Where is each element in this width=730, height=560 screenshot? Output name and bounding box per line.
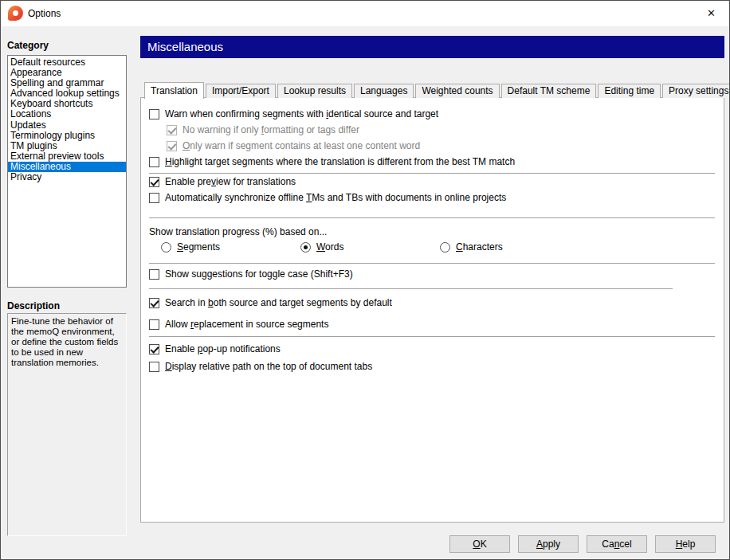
checkbox-box[interactable]: [149, 193, 159, 203]
radio-circle[interactable]: [161, 242, 171, 253]
checkbox-label: Warn when confirming segments with ident…: [165, 108, 438, 119]
tab-proxy-settings[interactable]: Proxy settings: [662, 84, 730, 98]
tab-import-export[interactable]: Import/Export: [206, 84, 276, 98]
checkbox-warn-identical[interactable]: Warn when confirming segments with ident…: [149, 106, 724, 122]
checkbox-label: Allow replacement in source segments: [165, 319, 328, 330]
checkbox-label: Show suggestions for toggle case (Shift+…: [165, 268, 353, 280]
progress-radio-group: Segments Words Characters: [141, 239, 724, 255]
memoq-logo-icon: [8, 6, 23, 21]
ok-button[interactable]: OK: [449, 535, 510, 553]
radio-circle[interactable]: [300, 242, 311, 253]
tab-languages[interactable]: Languages: [354, 84, 414, 98]
tab-strip: Translation Import/Export Lookup results…: [144, 81, 730, 98]
checkbox-box[interactable]: [149, 298, 159, 308]
checkbox-box[interactable]: [149, 344, 159, 354]
window-title: Options: [28, 1, 61, 26]
radio-circle[interactable]: [440, 242, 450, 253]
checkbox-allow-replacement-source[interactable]: Allow replacement in source segments: [149, 316, 724, 332]
progress-based-on-label: Show translation progress (%) based on..…: [149, 225, 724, 239]
title-bar: Options ✕: [1, 1, 729, 26]
checkbox-auto-sync-offline[interactable]: Automatically synchronize offline TMs an…: [149, 190, 724, 206]
dialog-footer: OK Apply Cancel Help: [449, 535, 716, 553]
category-item-external-preview-tools[interactable]: External preview tools: [8, 151, 126, 162]
cancel-button[interactable]: Cancel: [587, 535, 647, 553]
checkbox-highlight-target-segments[interactable]: Highlight target segments where the tran…: [149, 154, 724, 170]
help-button[interactable]: Help: [655, 535, 716, 553]
page-title: Miscellaneous: [140, 36, 724, 58]
category-label: Category: [7, 40, 49, 51]
checkbox-search-both-segments[interactable]: Search in both source and target segment…: [149, 295, 724, 311]
description-panel: Fine-tune the behavior of the memoQ envi…: [7, 313, 127, 536]
checkbox-label: No warning if only formatting or tags di…: [182, 124, 359, 135]
checkbox-box[interactable]: [149, 362, 159, 372]
checkbox-toggle-case-suggestions[interactable]: Show suggestions for toggle case (Shift+…: [149, 266, 724, 282]
tab-editing-time[interactable]: Editing time: [598, 84, 661, 98]
checkbox-label: Enable preview for translations: [165, 176, 296, 187]
radio-characters[interactable]: Characters: [440, 239, 503, 255]
checkbox-box: [167, 141, 177, 151]
category-listbox: Default resources Appearance Spelling an…: [7, 55, 127, 288]
checkbox-box[interactable]: [149, 269, 159, 280]
checkbox-box[interactable]: [149, 319, 159, 330]
tab-weighted-counts[interactable]: Weighted counts: [415, 84, 499, 98]
category-item-locations[interactable]: Locations: [8, 109, 126, 119]
description-label: Description: [7, 300, 60, 311]
separator: [149, 336, 715, 337]
checkbox-label: Search in both source and target segment…: [165, 297, 392, 308]
separator: [149, 288, 673, 289]
options-dialog: Options ✕ Category Default resources App…: [0, 0, 730, 560]
checkbox-label: Highlight target segments where the tran…: [165, 156, 515, 167]
checkbox-box[interactable]: [149, 109, 159, 119]
radio-words[interactable]: Words: [300, 239, 343, 255]
tab-default-tm-scheme[interactable]: Default TM scheme: [501, 84, 597, 98]
checkbox-box[interactable]: [149, 157, 159, 167]
apply-button[interactable]: Apply: [518, 535, 579, 553]
checkbox-label: Only warn if segment contains at least o…: [182, 140, 420, 151]
category-item-terminology-plugins[interactable]: Terminology plugins: [8, 131, 126, 141]
checkbox-display-relative-path[interactable]: Display relative path on the top of docu…: [149, 358, 724, 374]
separator: [149, 263, 715, 264]
checkbox-enable-preview[interactable]: Enable preview for translations: [149, 174, 724, 190]
checkbox-box[interactable]: [149, 177, 159, 187]
checkbox-label: Automatically synchronize offline TMs an…: [165, 192, 506, 203]
checkbox-box: [167, 125, 177, 135]
checkbox-no-warning-formatting: No warning if only formatting or tags di…: [167, 122, 724, 138]
tab-translation[interactable]: Translation: [144, 82, 204, 99]
tab-lookup-results[interactable]: Lookup results: [277, 84, 352, 98]
close-icon[interactable]: ✕: [693, 1, 729, 25]
category-item-updates[interactable]: Updates: [8, 120, 126, 131]
radio-label: Words: [316, 241, 343, 253]
radio-label: Characters: [456, 241, 503, 253]
radio-label: Segments: [177, 241, 220, 253]
separator: [149, 217, 715, 218]
checkbox-label: Display relative path on the top of docu…: [165, 361, 372, 372]
checkbox-label: Enable pop-up notifications: [165, 343, 281, 354]
category-item-privacy[interactable]: Privacy: [8, 172, 126, 182]
checkbox-enable-popup-notifications[interactable]: Enable pop-up notifications: [149, 341, 724, 357]
category-item-tm-plugins[interactable]: TM plugins: [8, 141, 126, 151]
checkbox-only-warn-content-word: Only warn if segment contains at least o…: [167, 138, 724, 154]
radio-segments[interactable]: Segments: [161, 239, 220, 255]
translation-tab-page: Warn when confirming segments with ident…: [140, 97, 724, 523]
